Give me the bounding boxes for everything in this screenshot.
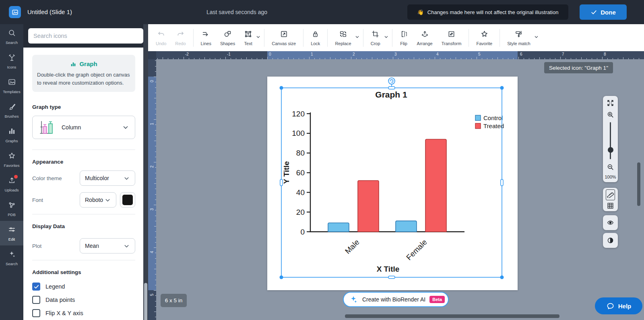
zoom-slider-thumb[interactable] [608,147,613,153]
arrange-icon [421,30,429,40]
checkbox-data-points[interactable] [32,296,40,304]
toolbar-undo-button[interactable]: Undo [151,27,171,49]
toolbar-redo-button[interactable]: Redo [171,27,190,49]
chevron-down-icon[interactable] [533,34,539,42]
bar-treated-male [358,181,379,232]
chevron-down-icon [123,243,130,249]
sidebar-item-brushes[interactable]: Brushes [0,98,23,123]
toolbar-lock-button[interactable]: Lock [306,27,324,49]
ruler-horizontal: -2-1012345678 [148,51,644,59]
done-button[interactable]: Done [580,4,627,20]
additional-settings-label: Additional settings [32,269,135,275]
chat-bubble-icon [606,302,615,310]
toolbar-transform-button[interactable]: Transform [437,27,466,49]
chevron-down-icon [122,124,129,131]
checkbox-label: Legend [45,283,65,290]
info-title: Graph [79,60,97,67]
legend-label: Treated [483,123,504,129]
chevron-down-icon[interactable] [354,34,360,42]
help-button[interactable]: Help [595,297,642,314]
canvas-horizontal-scrollbar[interactable] [345,314,559,318]
toolbar-replace-button[interactable]: Replace [330,27,355,49]
contrast-icon[interactable] [607,237,614,244]
canvas-size-icon [280,30,288,40]
toolbar-separator [392,29,392,47]
measure-panel [603,188,618,211]
zoom-in-icon[interactable] [607,111,614,118]
magnifier-icon [8,29,16,39]
plot-select[interactable]: Mean [80,238,135,254]
artboard[interactable]: Graph 1020406080100120MaleFemaleY TitleX… [267,77,518,290]
setting-row-data-points: Data points [32,295,135,305]
grid-toggle-icon[interactable] [607,202,614,210]
panel-scrollbar-thumb[interactable] [144,283,147,320]
zoom-slider[interactable] [607,122,614,159]
info-body: Double-click the graph object on canvas … [37,71,130,87]
visibility-panel [603,215,618,230]
setting-row-legend: Legend [32,282,135,291]
checkbox-legend[interactable] [32,283,40,291]
contrast-panel [603,233,618,248]
ai-sparkle-icon [349,295,358,304]
sidebar-item-pdb[interactable]: PDB [0,196,23,221]
toolbar-crop-button[interactable]: Crop [366,27,385,49]
eye-icon[interactable] [607,219,614,226]
document-title[interactable]: Untitled (Slide 1) [27,8,72,15]
y-tick-label: 20 [296,208,305,216]
toolbar-text-button[interactable]: Text [239,27,257,49]
transform-icon [447,30,456,40]
sidebar-item-uploads[interactable]: Uploads [0,172,23,196]
panel-body: Graph Double-click the graph object on c… [23,48,143,320]
brush-icon [8,102,16,112]
toolbar-flip-button[interactable]: Flip [395,27,413,49]
sidebar-item-search[interactable]: Search [0,24,23,49]
color-theme-select[interactable]: Multicolor [80,170,135,186]
panel-scrollbar[interactable] [143,24,148,320]
sidebar-item-templates[interactable]: Templates [0,73,23,98]
create-with-ai-button[interactable]: Create with BioRender AI Beta [343,292,449,307]
toolbar-style-match-button[interactable]: Style match [503,27,535,49]
chevron-down-icon[interactable] [255,34,261,42]
additional-settings-list: LegendData pointsFlip X & Y axisGraph ti… [32,282,135,320]
zoom-level: 100% [605,175,616,179]
setting-row-flip-x-y-axis: Flip X & Y axis [32,308,135,318]
top-bar: Untitled (Slide 1) Last saved seconds ag… [0,0,644,24]
app-logo-icon[interactable] [9,6,21,18]
toolbar-canvas-size-button[interactable]: Canvas size [267,27,300,49]
sidebar-item-graphs[interactable]: Graphs [0,123,23,147]
zoom-out-icon[interactable] [607,163,614,171]
sidebar-item-icons[interactable]: Icons [0,49,23,73]
toolbar-lines-button[interactable]: Lines [196,27,216,49]
sidebar-item-favorites[interactable]: Favorites [0,147,23,172]
checkbox-flip-x-y-axis[interactable] [32,309,40,317]
toolbar-favorite-button[interactable]: Favorite [472,27,497,49]
left-panel: Graph Double-click the graph object on c… [23,24,148,320]
font-label: Font [32,197,80,203]
canvas-vertical-scrollbar[interactable] [637,162,640,206]
toolbar-arrange-button[interactable]: Arrange [413,27,437,49]
sidebar-item-search[interactable]: Search [0,245,23,270]
replace-icon [339,30,347,40]
canvas-toolbar: UndoRedoLinesShapesTextCanvas sizeLockRe… [148,24,644,51]
chevron-down-icon[interactable] [383,34,389,42]
y-tick-label: 120 [292,110,305,118]
bar-control-female [396,221,417,232]
sidebar-item-edit[interactable]: Edit [0,221,23,245]
checkbox-label: Data points [45,297,75,303]
chevron-down-icon [123,175,130,182]
sliders-icon [8,225,16,235]
canvas-size-badge: 6 x 5 in [161,294,187,307]
notice-text: Changes made here will not affect the or… [427,9,559,15]
toolbar-separator [264,29,264,47]
search-icons-input[interactable] [28,28,143,44]
font-select[interactable]: Roboto [80,192,116,208]
toolbar-shapes-button[interactable]: Shapes [216,27,239,49]
graph-type-select[interactable]: Column [32,116,135,139]
ruler-toggle[interactable] [606,189,615,200]
redo-icon [176,30,185,40]
graph-object[interactable]: Graph 1020406080100120MaleFemaleY TitleX… [267,77,518,290]
font-color-button[interactable] [120,192,135,208]
undo-icon [157,30,165,40]
fit-view-icon[interactable] [607,99,614,107]
y-tick-label: 80 [296,149,305,157]
